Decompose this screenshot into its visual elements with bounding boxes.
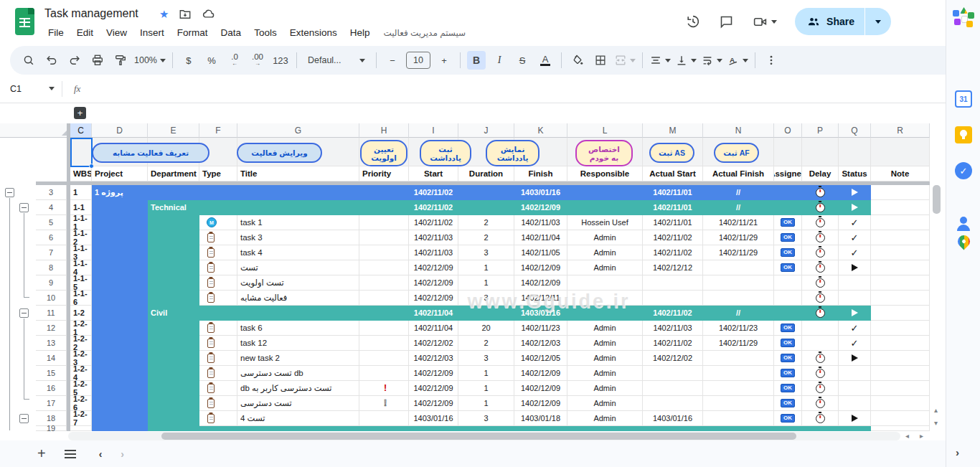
cell-resp-row8[interactable]: Admin: [567, 260, 643, 275]
side-panel-expand-icon[interactable]: ›: [956, 446, 959, 458]
scroll-up-icon[interactable]: ▴: [934, 406, 938, 415]
cell-ok-row9[interactable]: [774, 275, 802, 291]
action-button-3[interactable]: ثبتیادداشت: [420, 140, 471, 166]
cell-title-row3[interactable]: [237, 185, 359, 200]
cell-afinish-row8[interactable]: [703, 260, 774, 275]
cell-wbs-row17[interactable]: 1-2-6: [70, 396, 92, 411]
column-header-I[interactable]: I: [409, 123, 458, 138]
cell-astart-row5[interactable]: 1402/11/01: [643, 215, 703, 230]
cell-type-row3[interactable]: [199, 185, 237, 200]
cell-type-row8[interactable]: [199, 260, 237, 275]
column-header-P[interactable]: P: [802, 123, 839, 138]
cell-title-row11[interactable]: [237, 306, 359, 321]
bold-button[interactable]: B: [467, 51, 486, 70]
cell-project-row7[interactable]: [92, 245, 148, 260]
cell-delay-row18[interactable]: [802, 411, 839, 426]
ok-button[interactable]: OK: [781, 339, 795, 347]
menu-help[interactable]: Help: [345, 26, 375, 39]
delay-clock-icon[interactable]: [816, 263, 825, 273]
print-icon[interactable]: [88, 51, 107, 70]
row-number-4[interactable]: 4: [36, 200, 67, 215]
cell-ok-row13[interactable]: OK: [774, 336, 802, 351]
cell-title-row19[interactable]: [237, 426, 359, 431]
cell-wbs-row6[interactable]: 1-1-2: [70, 230, 92, 245]
cell-delay-row6[interactable]: [802, 230, 839, 245]
maps-icon[interactable]: [955, 235, 972, 253]
cell-afinish-row11[interactable]: //: [703, 306, 774, 321]
cell-project-row19[interactable]: [92, 426, 148, 431]
cell-astart-row16[interactable]: [643, 381, 703, 396]
cell-start-row8[interactable]: 1402/12/09: [409, 260, 458, 275]
cell-wbs-row7[interactable]: 1-1-3: [70, 245, 92, 260]
cell-delay-row3[interactable]: [802, 185, 839, 200]
cell-dur-row14[interactable]: 3: [458, 351, 514, 366]
row-number-6[interactable]: 6: [36, 230, 67, 245]
cell-priority-row6[interactable]: [359, 230, 409, 245]
cell-note-row6[interactable]: [871, 230, 930, 245]
cell-dur-row16[interactable]: 1: [458, 381, 514, 396]
cell-finish-row6[interactable]: 1402/11/04: [514, 230, 567, 245]
cell-astart-row19[interactable]: [643, 426, 703, 431]
cell-dept-row5[interactable]: [148, 215, 199, 230]
strikethrough-button[interactable]: S: [513, 51, 532, 70]
cell-note-row13[interactable]: [871, 336, 930, 351]
workspace-apps-icon[interactable]: [953, 7, 974, 30]
column-header-N[interactable]: N: [703, 123, 774, 138]
cell-astart-row7[interactable]: 1402/11/02: [643, 245, 703, 260]
column-header-K[interactable]: K: [514, 123, 567, 138]
cell-resp-row4[interactable]: [567, 200, 643, 215]
cell-dur-row5[interactable]: 2: [458, 215, 514, 230]
row-number-5[interactable]: 5: [36, 215, 67, 230]
cell-priority-row5[interactable]: [359, 215, 409, 230]
menu-edit[interactable]: Edit: [72, 26, 98, 39]
cell-astart-row4[interactable]: 1402/11/01: [643, 200, 703, 215]
cell-ok-row6[interactable]: OK: [774, 230, 802, 245]
cell-title-row16[interactable]: db تست دسترسی کاربر به: [237, 381, 359, 396]
increase-decimal-icon[interactable]: .00→: [248, 51, 267, 70]
cell-afinish-row10[interactable]: [703, 291, 774, 306]
cell-type-row15[interactable]: [199, 366, 237, 381]
cell-priority-row19[interactable]: [359, 426, 409, 431]
cell-dept-row18[interactable]: [148, 411, 199, 426]
field-header-note[interactable]: Note: [871, 166, 930, 181]
delay-clock-icon[interactable]: [816, 278, 825, 288]
menu-format[interactable]: Format: [172, 26, 213, 39]
row-number-15[interactable]: 15: [36, 366, 67, 381]
cell-dur-row15[interactable]: 1: [458, 366, 514, 381]
undo-icon[interactable]: [42, 51, 61, 70]
cell-status-row4[interactable]: [839, 200, 871, 215]
cell-dur-row9[interactable]: 1: [458, 275, 514, 291]
column-header-Q[interactable]: Q: [839, 123, 871, 138]
cell-priority-row10[interactable]: [359, 291, 409, 306]
group-collapse-button[interactable]: [5, 188, 14, 197]
scroll-right-icon[interactable]: ▸: [920, 432, 923, 440]
cell-note-row14[interactable]: [871, 351, 930, 366]
cell-note-row4[interactable]: [871, 200, 930, 215]
cell-type-row19[interactable]: [199, 426, 237, 431]
cell-type-row4[interactable]: [199, 200, 237, 215]
cell-finish-row4[interactable]: 1402/12/09: [514, 200, 567, 215]
cell-wbs-row3[interactable]: 1: [70, 185, 92, 200]
column-header-L[interactable]: L: [567, 123, 643, 138]
font-family-select[interactable]: Defaul...: [303, 51, 369, 70]
cell-start-row6[interactable]: 1402/11/03: [409, 230, 458, 245]
row-number-10[interactable]: 10: [36, 291, 67, 306]
cell-dept-row7[interactable]: [148, 245, 199, 260]
vertical-align-icon[interactable]: [675, 51, 697, 70]
cell-afinish-row18[interactable]: [703, 411, 774, 426]
cell-priority-row13[interactable]: [359, 336, 409, 351]
cell-delay-row5[interactable]: [802, 215, 839, 230]
delay-clock-icon[interactable]: [816, 354, 825, 363]
cell-resp-row13[interactable]: Admin: [567, 336, 643, 351]
next-sheets-icon[interactable]: ›: [121, 448, 124, 460]
delay-clock-icon[interactable]: [816, 399, 825, 408]
cell-note-row17[interactable]: [871, 396, 930, 411]
cell-start-row14[interactable]: 1402/12/03: [409, 351, 458, 366]
cell-resp-row16[interactable]: Admin: [567, 381, 643, 396]
cell-dur-row12[interactable]: 20: [458, 321, 514, 336]
cell-dur-row7[interactable]: 3: [458, 245, 514, 260]
cell-priority-row3[interactable]: [359, 185, 409, 200]
field-header-status[interactable]: Status: [839, 166, 871, 181]
cell-delay-row12[interactable]: [802, 321, 839, 336]
delay-clock-icon[interactable]: [816, 203, 825, 212]
